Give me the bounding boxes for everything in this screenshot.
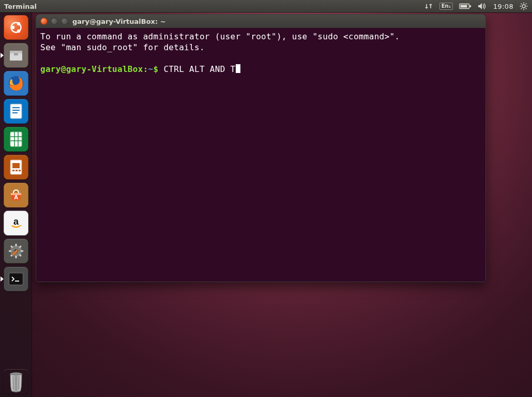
window-titlebar[interactable]: gary@gary-VirtualBox: ~: [36, 14, 485, 28]
firefox-icon[interactable]: [4, 71, 28, 96]
prompt-cwd: ~: [148, 64, 154, 74]
terminal-cursor: [236, 64, 240, 73]
svg-rect-1: [461, 5, 467, 8]
prompt-userhost: gary@gary-VirtualBox:: [40, 64, 148, 74]
svg-line-9: [526, 8, 527, 9]
network-icon[interactable]: [424, 0, 433, 12]
svg-line-8: [521, 4, 522, 5]
svg-rect-31: [12, 170, 14, 171]
svg-rect-20: [10, 104, 22, 119]
svg-line-11: [521, 8, 522, 9]
terminal-window: gary@gary-VirtualBox: ~ To run a command…: [36, 14, 486, 282]
svg-line-45: [19, 246, 21, 248]
terminal-body[interactable]: To run a command as administrator (user …: [36, 28, 485, 282]
terminal-motd-line: See "man sudo_root" for details.: [40, 42, 481, 53]
running-pip-icon: [1, 53, 4, 58]
svg-rect-18: [14, 53, 18, 55]
libreoffice-impress-icon[interactable]: [4, 155, 28, 180]
terminal-launcher-icon[interactable]: [4, 267, 28, 291]
keyboard-language-indicator[interactable]: En₁: [439, 0, 453, 12]
system-settings-icon[interactable]: [4, 239, 28, 263]
svg-text:A: A: [14, 195, 18, 200]
battery-icon[interactable]: [459, 0, 472, 12]
prompt-space: [158, 64, 163, 74]
session-gear-icon[interactable]: [520, 0, 528, 12]
window-maximize-button[interactable]: [61, 18, 68, 25]
svg-rect-30: [12, 163, 20, 168]
terminal-blank-line: [40, 53, 481, 64]
dash-home-icon[interactable]: [4, 15, 28, 40]
trash-icon[interactable]: [4, 369, 28, 394]
terminal-prompt-line: gary@gary-VirtualBox:~$ CTRL ALT AND T: [40, 64, 481, 75]
svg-line-10: [526, 4, 527, 5]
clock[interactable]: 19:08: [493, 0, 513, 12]
window-buttons: [40, 18, 68, 25]
files-icon[interactable]: [4, 43, 28, 68]
sound-icon[interactable]: [478, 0, 487, 12]
terminal-motd-line: To run a command as administrator (user …: [40, 31, 481, 42]
libreoffice-calc-icon[interactable]: [4, 127, 28, 152]
keyboard-language-label: En₁: [439, 3, 453, 10]
amazon-icon[interactable]: a: [4, 211, 28, 236]
unity-launcher: A a: [0, 12, 32, 397]
window-minimize-button[interactable]: [51, 18, 58, 25]
prompt-dollar: $: [154, 64, 159, 74]
prompt-typed-text: CTRL ALT AND T: [163, 64, 235, 74]
svg-rect-16: [10, 51, 22, 53]
menubar-indicators: En₁ 19:08: [424, 0, 528, 12]
svg-text:a: a: [13, 216, 19, 227]
svg-line-44: [19, 255, 21, 257]
menubar-left: Terminal: [4, 3, 424, 10]
running-pip-icon: [1, 276, 4, 282]
svg-line-43: [11, 246, 13, 248]
window-title: gary@gary-VirtualBox: ~: [72, 18, 166, 25]
top-menubar: Terminal En₁ 19:08: [0, 0, 532, 12]
window-close-button[interactable]: [40, 18, 48, 25]
libreoffice-writer-icon[interactable]: [4, 99, 28, 124]
svg-rect-2: [470, 5, 472, 7]
svg-rect-48: [10, 274, 22, 284]
ubuntu-software-icon[interactable]: A: [4, 183, 28, 208]
svg-rect-24: [10, 132, 22, 146]
svg-point-3: [522, 5, 525, 8]
active-app-title: Terminal: [4, 3, 37, 10]
svg-rect-33: [19, 170, 21, 171]
svg-rect-32: [16, 170, 18, 171]
